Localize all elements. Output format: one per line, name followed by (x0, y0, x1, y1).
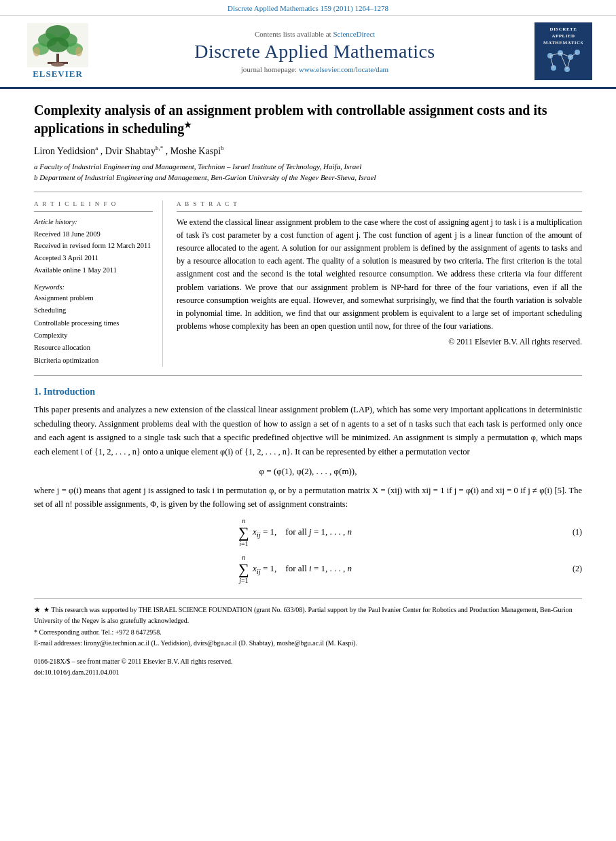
journal-citation: Discrete Applied Mathematics 159 (2011) … (0, 0, 616, 16)
abstract-column: A B S T R A C T We extend the classical … (177, 200, 582, 367)
section-heading: 1. Introduction (34, 387, 582, 397)
main-content: Complexity analysis of an assignment pro… (0, 89, 616, 692)
article-info-label: A R T I C L E I N F O (34, 200, 153, 207)
abstract-text: We extend the classical linear assignmen… (177, 216, 582, 349)
copyright-line: © 2011 Elsevier B.V. All rights reserved… (177, 336, 582, 348)
journal-thumbnail: DISCRETEAPPLIEDMATHEMATICS (535, 22, 596, 80)
issn-line: 0166-218X/$ – see front matter © 2011 El… (34, 656, 582, 668)
journal-thumb-graphic (543, 49, 584, 76)
journal-center-section: Contents lists available at ScienceDirec… (95, 30, 535, 73)
footnote-corresponding: * Corresponding author. Tel.: +972 8 647… (34, 627, 582, 639)
phi-formula: φ = (φ(1), φ(2), . . . , φ(m)), (34, 466, 582, 477)
equation-1-number: (1) (555, 527, 582, 537)
elsevier-logo: ELSEVIER (20, 23, 95, 79)
footnote-email: E-mail addresses: lirony@ie.technion.ac.… (34, 638, 582, 649)
svg-point-6 (47, 37, 69, 52)
article-info-column: A R T I C L E I N F O Article history: R… (34, 200, 163, 367)
footnotes: ★ ★ This research was supported by THE I… (34, 598, 582, 679)
journal-header: ELSEVIER Contents lists available at Sci… (0, 16, 616, 89)
affiliation-a: a Faculty of Industrial Engineering and … (34, 161, 582, 173)
intro-para1: This paper presents and analyzes a new e… (34, 403, 582, 459)
sciencedirect-link[interactable]: ScienceDirect (333, 30, 375, 38)
intro-para2: where j = φ(i) means that agent j is ass… (34, 484, 582, 512)
equation-1: n ∑ i=1 xij = 1, for all j = 1, . . . , … (34, 517, 555, 548)
doi-line: doi:10.1016/j.dam.2011.04.001 (34, 667, 582, 679)
keywords-list: Assignment problem Scheduling Controllab… (34, 292, 153, 367)
affiliations: a Faculty of Industrial Engineering and … (34, 161, 582, 183)
equation-2: n ∑ j=1 xij = 1, for all i = 1, . . . , … (34, 554, 555, 585)
homepage-link[interactable]: www.elsevier.com/locate/dam (299, 65, 388, 73)
article-history: Article history: Received 18 June 2009 R… (34, 216, 153, 276)
header-divider (34, 192, 582, 192)
elsevier-label: ELSEVIER (33, 69, 83, 79)
svg-point-9 (51, 62, 65, 67)
journal-homepage: journal homepage: www.elsevier.com/locat… (95, 65, 535, 73)
authors-line: Liron Yedidsiona , Dvir Shabtayb,* , Mos… (34, 145, 582, 157)
footnote-star: ★ ★ This research was supported by THE I… (34, 605, 582, 627)
equation-1-row: n ∑ i=1 xij = 1, for all j = 1, . . . , … (34, 517, 582, 548)
svg-point-11 (75, 47, 82, 56)
svg-point-10 (33, 47, 40, 56)
section-divider (34, 375, 582, 376)
citation-text: Discrete Applied Mathematics 159 (2011) … (228, 4, 388, 12)
abstract-label: A B S T R A C T (177, 200, 582, 207)
paper-title: Complexity analysis of an assignment pro… (34, 101, 582, 138)
equation-2-number: (2) (555, 564, 582, 574)
equation-2-row: n ∑ j=1 xij = 1, for all i = 1, . . . , … (34, 554, 582, 585)
elsevier-tree-icon (27, 23, 88, 67)
article-info-abstract: A R T I C L E I N F O Article history: R… (34, 200, 582, 367)
journal-title: Discrete Applied Mathematics (95, 41, 535, 62)
sciencedirect-line: Contents lists available at ScienceDirec… (95, 30, 535, 38)
affiliation-b: b Department of Industrial Engineering a… (34, 172, 582, 183)
svg-rect-7 (56, 54, 59, 63)
keywords-section: Keywords: Assignment problem Scheduling … (34, 283, 153, 367)
elsevier-logo-section: ELSEVIER (20, 23, 95, 79)
journal-thumb-image: DISCRETEAPPLIEDMATHEMATICS (535, 22, 592, 80)
introduction-section: 1. Introduction This paper presents and … (34, 387, 582, 585)
